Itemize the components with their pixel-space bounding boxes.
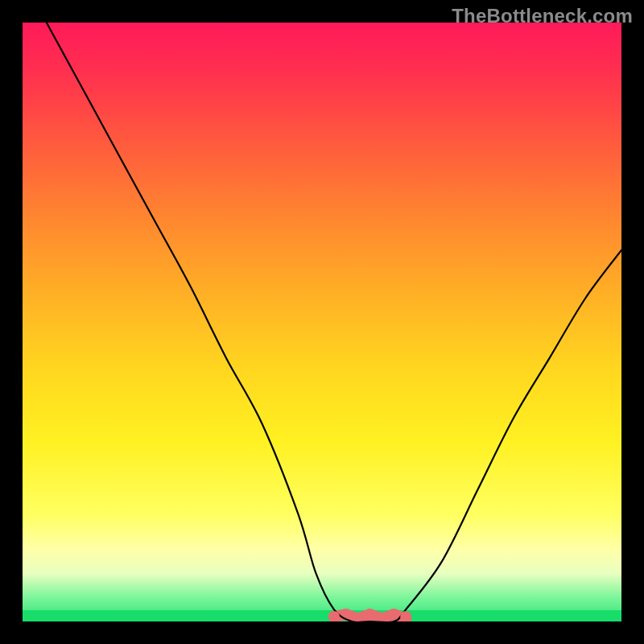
bottleneck-curve	[47, 23, 621, 621]
curve-layer	[23, 23, 621, 621]
chart-frame: TheBottleneck.com	[0, 0, 644, 644]
plot-area	[23, 23, 621, 621]
watermark-text: TheBottleneck.com	[452, 5, 633, 27]
